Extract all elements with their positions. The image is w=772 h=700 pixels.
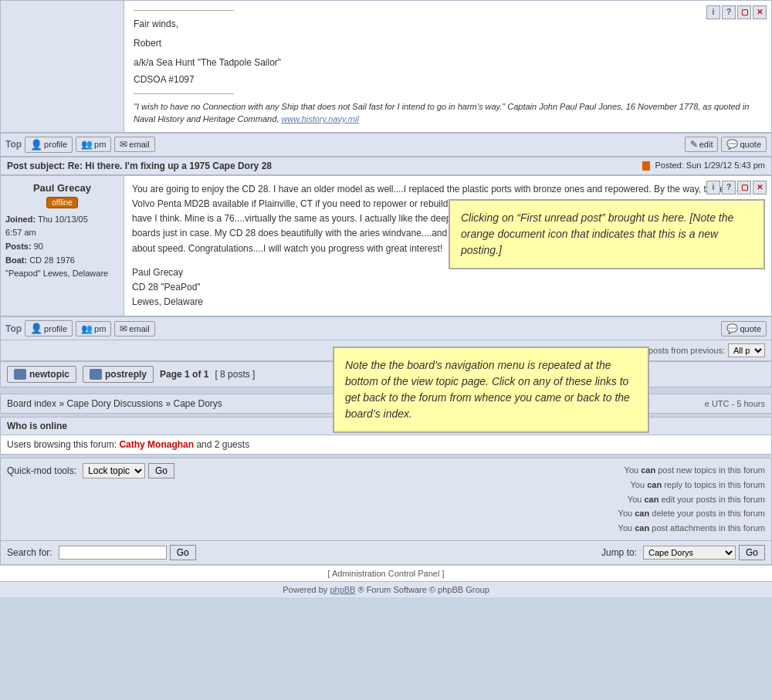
paul-offline-badge: offline — [5, 197, 119, 208]
divider-line — [134, 10, 234, 11]
profile-icon: 👤 — [30, 139, 42, 150]
quick-mod-go-button[interactable]: Go — [148, 463, 174, 479]
robert-post-continuation: Fair winds, Robert a/k/a Sea Hunt "The T… — [134, 10, 762, 126]
search-go-button[interactable]: Go — [170, 545, 196, 560]
new-topic-icon — [14, 369, 26, 380]
robert-action-right: ✎ edit 💬 quote — [685, 137, 767, 152]
robert-edit-btn[interactable]: ✎ edit — [685, 137, 719, 152]
permission-1: You can post new topics in this forum — [618, 463, 765, 478]
salutation: Fair winds, — [134, 17, 762, 32]
info-icon-q[interactable]: ? — [722, 5, 736, 19]
post-reply-icon — [90, 369, 102, 380]
info-icon-x[interactable]: ✕ — [753, 5, 767, 19]
permission-3: You can edit your posts in this forum — [618, 492, 765, 507]
paul-username: Paul Grecay — [5, 182, 119, 194]
robert-email-btn[interactable]: ✉ email — [114, 137, 154, 152]
pm-icon: 👥 — [81, 139, 93, 150]
robert-action-left: Top 👤 profile 👥 pm ✉ email — [5, 137, 155, 153]
jump-label: Jump to: — [601, 547, 637, 558]
cathy-monaghan-link[interactable]: Cathy Monaghan — [119, 439, 194, 450]
paul-top-link[interactable]: Top — [5, 323, 22, 334]
paul-quote-btn[interactable]: 💬 quote — [721, 321, 767, 336]
quick-mod-select[interactable]: Lock topic — [83, 463, 145, 479]
search-label: Search for: — [7, 547, 52, 558]
paul-subject-link[interactable]: Re: Hi there. I'm fixing up a 1975 Cape … — [68, 161, 272, 171]
new-post-icon — [642, 161, 650, 171]
post-reply-button[interactable]: postreply — [83, 366, 154, 383]
nav-bar: newtopic postreply Page 1 of 1 [ 8 posts… — [0, 361, 772, 387]
who-online-body: Users browsing this forum: Cathy Monagha… — [1, 435, 771, 454]
phpbb-link[interactable]: phpBB — [330, 585, 355, 594]
breadcrumb: Board index » Cape Dory Discussions » Ca… — [7, 398, 222, 409]
cape-dorys-link[interactable]: Cape Dorys — [173, 398, 222, 409]
robert-name: Robert — [134, 36, 762, 51]
admin-panel-section: [ Administration Control Panel ] — [0, 565, 772, 581]
post-info-icons: i ? ▢ ✕ — [706, 5, 767, 19]
robert-action-bar: Top 👤 profile 👥 pm ✉ email ✎ edit 💬 quot… — [0, 133, 772, 157]
paul-profile-icon: 👤 — [30, 323, 42, 334]
paul-post-date: Posted: Sun 1/29/12 5:43 pm — [642, 161, 765, 171]
paul-pm-icon: 👥 — [81, 323, 93, 334]
bottom-tools: Quick-mod tools: Lock topic Go You can p… — [0, 458, 772, 540]
robert-profile-btn[interactable]: 👤 profile — [25, 137, 73, 153]
admin-panel-link[interactable]: [ Administration Control Panel ] — [327, 569, 444, 578]
cape-dory-discussions-link[interactable]: Cape Dory Discussions — [66, 398, 163, 409]
jump-select[interactable]: Cape Dorys — [643, 546, 736, 560]
search-input[interactable] — [59, 546, 167, 560]
quote-icon: 💬 — [726, 139, 738, 150]
paul-pm-btn[interactable]: 👥 pm — [76, 321, 111, 336]
posts-count: [ 8 posts ] — [215, 369, 255, 380]
paul-action-bar: Top 👤 profile 👥 pm ✉ email 💬 quote — [0, 316, 772, 340]
annotation-box-2: Note the the board’s navigation menu is … — [333, 347, 649, 433]
permission-4: You can delete your posts in this forum — [618, 506, 765, 521]
info-icon-r[interactable]: ▢ — [737, 5, 751, 19]
permissions-section: You can post new topics in this forum Yo… — [618, 463, 765, 535]
divider-line2 — [134, 93, 234, 94]
search-section: Search for: Go — [7, 545, 196, 560]
robert-pm-btn[interactable]: 👥 pm — [76, 137, 111, 152]
permission-5: You can post attachments in this forum — [618, 521, 765, 536]
robert-top-link[interactable]: Top — [5, 139, 22, 150]
robert-quote-btn[interactable]: 💬 quote — [721, 137, 767, 152]
edit-icon: ✎ — [690, 139, 698, 150]
navy-mil-link[interactable]: www.history.navy.mil — [281, 114, 358, 123]
quick-mod-section: Quick-mod tools: Lock topic Go — [7, 463, 174, 479]
jump-go-button[interactable]: Go — [739, 545, 765, 560]
permission-2: You can reply to topics in this forum — [618, 478, 765, 492]
paul-info-icon-q[interactable]: ? — [722, 181, 736, 194]
email-icon: ✉ — [120, 139, 127, 150]
robert-quote: "I wish to have no Connection with any S… — [134, 100, 762, 126]
paul-post-subject: Post subject: Re: Hi there. I'm fixing u… — [7, 161, 272, 171]
paul-info-icon-i[interactable]: i — [706, 181, 720, 194]
paul-profile-btn[interactable]: 👤 profile — [25, 320, 73, 336]
robert-aka: a/k/a Sea Hunt "The Tadpole Sailor" — [134, 56, 762, 70]
page-info: Page 1 of 1 — [160, 369, 208, 380]
paul-post-header: Post subject: Re: Hi there. I'm fixing u… — [0, 157, 772, 175]
paul-action-left: Top 👤 profile 👥 pm ✉ email — [5, 320, 155, 336]
new-topic-button[interactable]: newtopic — [7, 366, 76, 383]
annotation-box-1: Clicking on “First unread post” brought … — [449, 199, 765, 269]
timezone-info: e UTC - 5 hours — [705, 399, 765, 408]
paul-post-info-icons: i ? ▢ ✕ — [706, 181, 767, 194]
paul-action-right: 💬 quote — [721, 321, 767, 336]
display-posts-select[interactable]: All p — [728, 343, 765, 357]
paul-email-icon: ✉ — [120, 323, 127, 334]
robert-cdsoa: CDSOA #1097 — [134, 73, 762, 87]
search-bar: Search for: Go Jump to: Cape Dorys Go — [0, 541, 772, 565]
board-index-link[interactable]: Board index — [7, 398, 56, 409]
paul-signature: Paul Grecay CD 28 "PeaPod" Lewes, Delawa… — [132, 265, 764, 310]
jump-section: Jump to: Cape Dorys Go — [595, 545, 765, 560]
paul-info-icon-r[interactable]: ▢ — [737, 181, 751, 194]
paul-email-btn[interactable]: ✉ email — [114, 321, 154, 336]
footer-bar: Powered by phpBB ® Forum Software © phpB… — [0, 581, 772, 597]
paul-quote-icon: 💬 — [726, 323, 738, 334]
quick-mod-label: Quick-mod tools: — [7, 465, 76, 476]
paul-user-meta: Joined: Thu 10/13/05 6:57 am Posts: 90 B… — [5, 213, 119, 281]
info-icon-i[interactable]: i — [706, 5, 720, 19]
paul-info-icon-x[interactable]: ✕ — [753, 181, 767, 194]
